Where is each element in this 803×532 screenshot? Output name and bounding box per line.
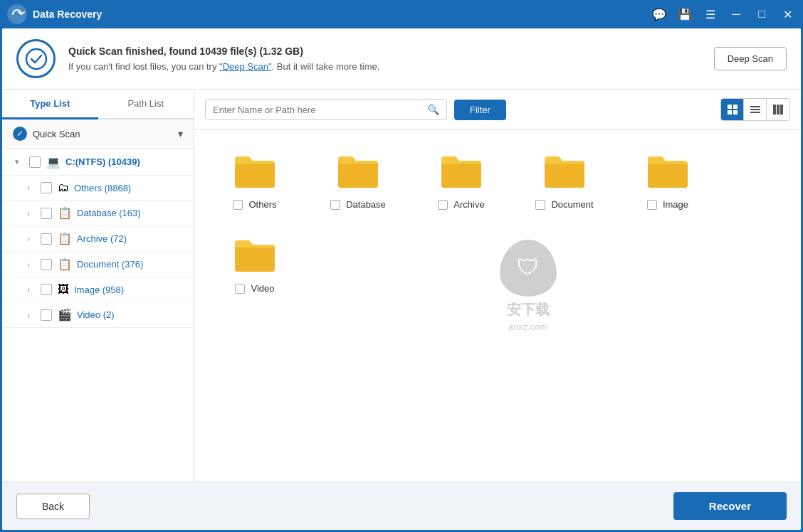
main-window: Quick Scan finished, found 10439 file(s)…: [2, 28, 801, 530]
file-item-database[interactable]: Database: [312, 144, 404, 218]
view-list-btn[interactable]: [744, 99, 767, 120]
main-panel-wrapper: 🔍 Filter: [194, 90, 801, 482]
archive-checkbox[interactable]: [41, 233, 52, 245]
cat-row-video[interactable]: › 🎬 Video (2): [2, 302, 194, 328]
back-button[interactable]: Back: [16, 494, 90, 519]
database-icon: 📋: [58, 206, 72, 220]
video-checkbox[interactable]: [41, 309, 52, 321]
footer: Back Recover: [2, 482, 801, 530]
cat-row-archive[interactable]: › 📋 Archive (72): [2, 226, 194, 252]
drive-checkbox[interactable]: [29, 156, 41, 168]
sidebar-tabs: Type List Path List: [2, 90, 194, 119]
svg-rect-6: [750, 106, 760, 107]
svg-rect-5: [733, 110, 738, 115]
video-file-label: Video: [251, 283, 274, 294]
archive-label: Archive (72): [77, 233, 187, 244]
archive-folder-icon: [440, 152, 483, 192]
image-file-label: Image: [663, 199, 688, 210]
search-icon[interactable]: 🔍: [427, 104, 439, 115]
document-file-checkbox[interactable]: [535, 200, 545, 210]
svg-rect-11: [780, 105, 783, 115]
database-folder-icon: [337, 152, 379, 192]
header-text: Quick Scan finished, found 10439 file(s)…: [68, 46, 714, 72]
search-box[interactable]: 🔍: [205, 99, 447, 120]
quick-scan-row[interactable]: ✓ Quick Scan ▾: [2, 119, 194, 149]
others-checkbox[interactable]: [41, 182, 52, 193]
minimize-btn[interactable]: ─: [728, 6, 745, 23]
recover-button[interactable]: Recover: [673, 492, 787, 520]
image-expand-icon[interactable]: ›: [22, 283, 35, 296]
view-columns-btn[interactable]: [767, 99, 789, 120]
toolbar: 🔍 Filter: [194, 90, 801, 130]
filter-button[interactable]: Filter: [454, 100, 506, 120]
image-folder-icon: [646, 152, 689, 192]
svg-point-1: [26, 49, 46, 69]
header: Quick Scan finished, found 10439 file(s)…: [2, 28, 801, 90]
close-btn[interactable]: ✕: [779, 6, 796, 23]
database-expand-icon[interactable]: ›: [22, 207, 35, 220]
tab-type-list[interactable]: Type List: [2, 90, 98, 119]
cat-row-document[interactable]: › 📋 Document (376): [2, 252, 194, 277]
svg-rect-3: [733, 105, 738, 109]
scan-label: Quick Scan: [33, 129, 178, 139]
cat-row-image[interactable]: › 🖼 Image (958): [2, 277, 194, 302]
file-item-document[interactable]: Document: [518, 144, 611, 218]
files-grid: Others Database: [194, 130, 801, 482]
svg-rect-7: [750, 109, 760, 110]
archive-icon: 📋: [58, 232, 72, 245]
deep-scan-button[interactable]: Deep Scan: [714, 47, 787, 70]
image-label: Image (958): [74, 284, 187, 295]
others-folder-icon: [233, 152, 276, 192]
drive-expand-icon[interactable]: ▾: [11, 156, 23, 169]
image-file-checkbox[interactable]: [647, 200, 657, 210]
database-checkbox[interactable]: [41, 208, 52, 219]
others-label: Others (8868): [74, 183, 187, 193]
video-label: Video (2): [77, 309, 187, 320]
hint-text: If you can't find lost files, you can tr…: [68, 61, 714, 72]
scan-check-icon: ✓: [13, 127, 27, 141]
deep-scan-link[interactable]: "Deep Scan": [219, 61, 272, 72]
tab-path-list[interactable]: Path List: [98, 90, 194, 119]
image-checkbox[interactable]: [41, 284, 52, 295]
titlebar: Data Recovery 💬 💾 ☰ ─ □ ✕: [0, 0, 803, 28]
cat-row-others[interactable]: › 🗂 Others (8868): [2, 176, 194, 201]
scan-expand-icon[interactable]: ▾: [178, 128, 183, 139]
app-title: Data Recovery: [33, 9, 651, 20]
archive-file-label: Archive: [453, 199, 484, 210]
document-checkbox[interactable]: [41, 259, 52, 270]
archive-expand-icon[interactable]: ›: [22, 233, 35, 245]
others-icon: 🗂: [58, 181, 69, 194]
database-file-checkbox[interactable]: [330, 200, 340, 210]
file-item-others[interactable]: Others: [209, 144, 301, 218]
file-item-image[interactable]: Image: [621, 144, 714, 218]
video-expand-icon[interactable]: ›: [22, 309, 35, 321]
save-btn[interactable]: 💾: [676, 6, 693, 23]
file-item-archive[interactable]: Archive: [415, 144, 508, 218]
video-file-checkbox[interactable]: [235, 284, 245, 294]
document-label: Document (376): [77, 259, 187, 270]
others-file-label: Others: [248, 199, 276, 210]
file-item-video[interactable]: Video: [209, 228, 301, 302]
scan-complete-icon: [16, 39, 56, 78]
maximize-btn[interactable]: □: [753, 6, 770, 23]
content-area: Type List Path List ✓ Quick Scan ▾ ▾ 💻 C…: [2, 90, 801, 482]
others-file-checkbox[interactable]: [233, 200, 243, 210]
drive-icon: 💻: [46, 155, 61, 169]
others-expand-icon[interactable]: ›: [22, 181, 35, 194]
drive-label: C:(NTFS) (10439): [65, 156, 187, 167]
view-grid-btn[interactable]: [721, 99, 744, 120]
chat-btn[interactable]: 💬: [651, 6, 668, 23]
document-folder-icon: [543, 152, 586, 192]
archive-file-checkbox[interactable]: [438, 200, 448, 210]
menu-btn[interactable]: ☰: [702, 6, 719, 23]
cat-row-database[interactable]: › 📋 Database (163): [2, 201, 194, 226]
drive-row[interactable]: ▾ 💻 C:(NTFS) (10439): [2, 149, 194, 176]
app-logo: [7, 4, 27, 24]
image-icon: 🖼: [58, 283, 69, 296]
document-file-label: Document: [551, 199, 593, 210]
database-label: Database (163): [77, 208, 187, 218]
window-controls: 💬 💾 ☰ ─ □ ✕: [651, 6, 796, 23]
document-expand-icon[interactable]: ›: [22, 258, 35, 271]
search-input[interactable]: [213, 105, 427, 115]
database-file-label: Database: [346, 199, 386, 210]
